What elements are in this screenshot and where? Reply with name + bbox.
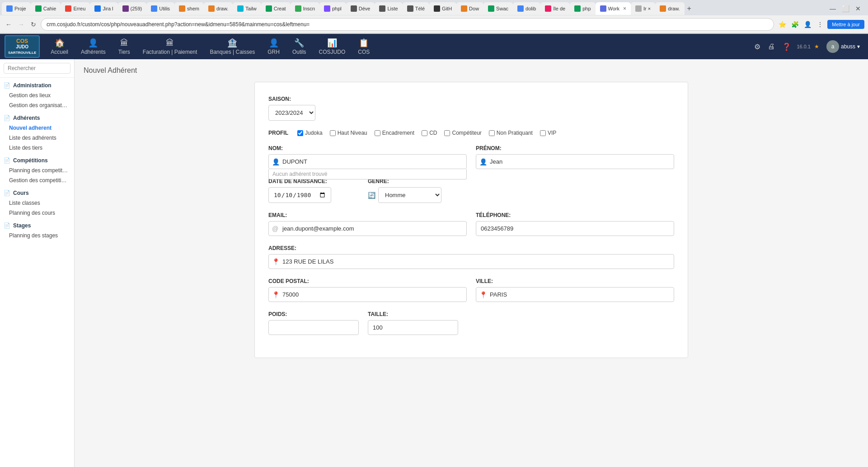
- tab-draw1[interactable]: draw.: [204, 2, 233, 15]
- checkbox-judoka-input[interactable]: [297, 130, 303, 136]
- tab-ir[interactable]: Ir ×: [631, 2, 655, 15]
- back-button[interactable]: ←: [4, 20, 14, 29]
- tab-cahie[interactable]: Cahie: [31, 2, 61, 15]
- tab-work[interactable]: Work ×: [596, 2, 631, 15]
- nav-cosjudo[interactable]: 📊 COSJUDO: [313, 34, 352, 59]
- user-menu[interactable]: a abuss ▾: [823, 38, 863, 55]
- tab-php[interactable]: php: [570, 2, 595, 15]
- checkbox-vip-input[interactable]: [540, 130, 546, 136]
- nav-right: ⚙ 🖨 ❓ 16.0.1 ★ a abuss ▾: [752, 38, 863, 55]
- taille-input[interactable]: [368, 320, 458, 335]
- nav-tiers[interactable]: 🏛 Tiers: [112, 35, 136, 59]
- window-close[interactable]: ✕: [853, 3, 863, 14]
- profil-checkboxes: Judoka Haut Niveau Encadrement: [297, 130, 556, 136]
- adresse-input[interactable]: [268, 254, 674, 269]
- star-icon[interactable]: ★: [814, 43, 819, 50]
- sidebar-item-gestion-organisateurs[interactable]: Gestion des organisateurs: [0, 100, 74, 110]
- tab-swac[interactable]: Swac: [483, 2, 513, 15]
- nav-banques[interactable]: 🏦 Banques | Caisses: [203, 34, 261, 59]
- sidebar-item-liste-adherents[interactable]: Liste des adhérents: [0, 133, 74, 143]
- nom-input[interactable]: [268, 154, 467, 169]
- print-icon[interactable]: 🖨: [766, 41, 777, 52]
- sidebar-item-planning-cours[interactable]: Planning des cours: [0, 208, 74, 218]
- settings-icon[interactable]: ⚙: [752, 41, 762, 53]
- more-icon[interactable]: ⋮: [815, 19, 826, 30]
- sidebar-item-planning-competitions[interactable]: Planning des competitions: [0, 165, 74, 175]
- sidebar-item-gestion-competitions[interactable]: Gestion des competitions: [0, 175, 74, 185]
- checkbox-non-pratiquant[interactable]: Non Pratiquant: [489, 130, 533, 136]
- window-minimize[interactable]: —: [827, 3, 838, 14]
- tab-jira[interactable]: Jira l: [90, 2, 117, 15]
- prenom-label: PRÉNOM:: [476, 145, 674, 151]
- new-tab-button[interactable]: +: [685, 5, 694, 13]
- tab-creat[interactable]: Creat: [261, 2, 291, 15]
- saison-wrapper: 2023/2024 2022/2023 2021/2022: [268, 105, 674, 121]
- checkbox-encadrement[interactable]: Encadrement: [375, 130, 414, 136]
- tab-dow[interactable]: Dow: [456, 2, 483, 15]
- tab-github[interactable]: GitH: [429, 2, 456, 15]
- app-container: COS JUDO SARTROUVILLE 🏠 Accueil 👤 Adhére…: [0, 34, 868, 467]
- forward-button[interactable]: →: [16, 20, 26, 29]
- checkbox-non-pratiquant-input[interactable]: [489, 130, 495, 136]
- nav-grh[interactable]: 👤 GRH: [261, 34, 286, 59]
- checkbox-judoka[interactable]: Judoka: [297, 130, 323, 136]
- checkbox-haut-niveau[interactable]: Haut Niveau: [330, 130, 367, 136]
- bookmark-icon[interactable]: ⭐: [777, 19, 788, 30]
- email-input[interactable]: [268, 221, 467, 236]
- tab-tailw[interactable]: Tailw: [233, 2, 261, 15]
- sidebar-item-gestion-lieux[interactable]: Gestion des lieux: [0, 90, 74, 100]
- sidebar-item-liste-classes[interactable]: Liste classes: [0, 198, 74, 208]
- tab-shem[interactable]: shem: [174, 2, 204, 15]
- checkbox-haut-niveau-input[interactable]: [330, 130, 336, 136]
- nav-facturation[interactable]: 🏛 Facturation | Paiement: [136, 35, 204, 59]
- datenaissance-col: DATE DE NAISSANCE:: [268, 178, 359, 203]
- genre-select[interactable]: Homme Femme: [378, 187, 441, 203]
- datenaissance-input[interactable]: [268, 187, 331, 203]
- tab-phpl[interactable]: phpl: [319, 2, 346, 15]
- tab-mail[interactable]: (259): [118, 2, 147, 15]
- nom-wrapper: 👤 Aucun adhérent trouvé: [268, 154, 467, 169]
- checkbox-cd-input[interactable]: [422, 130, 427, 136]
- tab-proje[interactable]: Proje: [2, 2, 31, 15]
- sidebar-item-planning-stages[interactable]: Planning des stages: [0, 231, 74, 241]
- nav-cos[interactable]: 📋 COS: [352, 34, 376, 59]
- tab-close-work[interactable]: ×: [623, 5, 626, 12]
- checkbox-encadrement-input[interactable]: [375, 130, 380, 136]
- update-button[interactable]: Mettre à jour: [827, 20, 864, 29]
- checkbox-vip[interactable]: VIP: [540, 130, 556, 136]
- tab-deve[interactable]: Déve: [346, 2, 375, 15]
- tab-draw2[interactable]: draw.: [655, 2, 684, 15]
- ville-input[interactable]: [476, 287, 674, 302]
- window-restore[interactable]: ⬜: [840, 3, 851, 14]
- tab-ile[interactable]: île de: [540, 2, 570, 15]
- checkbox-competiteur-input[interactable]: [444, 130, 450, 136]
- tab-inscr[interactable]: Inscrι: [291, 2, 319, 15]
- tab-erreur[interactable]: Erreu: [61, 2, 90, 15]
- adresse-input-wrapper: 📍: [268, 254, 674, 269]
- poids-input[interactable]: [268, 320, 359, 335]
- checkbox-competiteur[interactable]: Compétiteur: [444, 130, 481, 136]
- nav-outils[interactable]: 🔧 Outils: [286, 34, 313, 59]
- telephone-input[interactable]: [476, 221, 674, 236]
- tab-dolib[interactable]: dolib: [513, 2, 540, 15]
- profile-icon[interactable]: 👤: [802, 19, 813, 30]
- nav-adherents[interactable]: 👤 Adhérents: [75, 34, 112, 59]
- checkbox-cd[interactable]: CD: [422, 130, 437, 136]
- help-icon[interactable]: ❓: [780, 41, 793, 53]
- codepostal-input[interactable]: [268, 287, 467, 302]
- extension-icon[interactable]: 🧩: [789, 19, 800, 30]
- nav-accueil[interactable]: 🏠 Accueil: [44, 34, 75, 59]
- saison-select[interactable]: 2023/2024 2022/2023 2021/2022: [268, 105, 315, 121]
- sidebar-item-nouvel-adherent[interactable]: Nouvel adherent: [0, 123, 74, 133]
- sidebar-section-stages: 📄 Stages: [0, 218, 74, 231]
- tab-tele[interactable]: Télé: [403, 2, 429, 15]
- sidebar-item-liste-tiers[interactable]: Liste des tiers: [0, 143, 74, 153]
- genre-wrapper: 🔄 Homme Femme: [368, 187, 674, 203]
- address-bar[interactable]: [41, 18, 774, 31]
- prenom-input[interactable]: [476, 154, 674, 169]
- tab-utilis[interactable]: Utilis: [146, 2, 174, 15]
- reload-button[interactable]: ↻: [29, 20, 38, 29]
- tab-liste[interactable]: Liste: [375, 2, 402, 15]
- sidebar-search-input[interactable]: [4, 63, 70, 74]
- stages-section-icon: 📄: [4, 222, 10, 229]
